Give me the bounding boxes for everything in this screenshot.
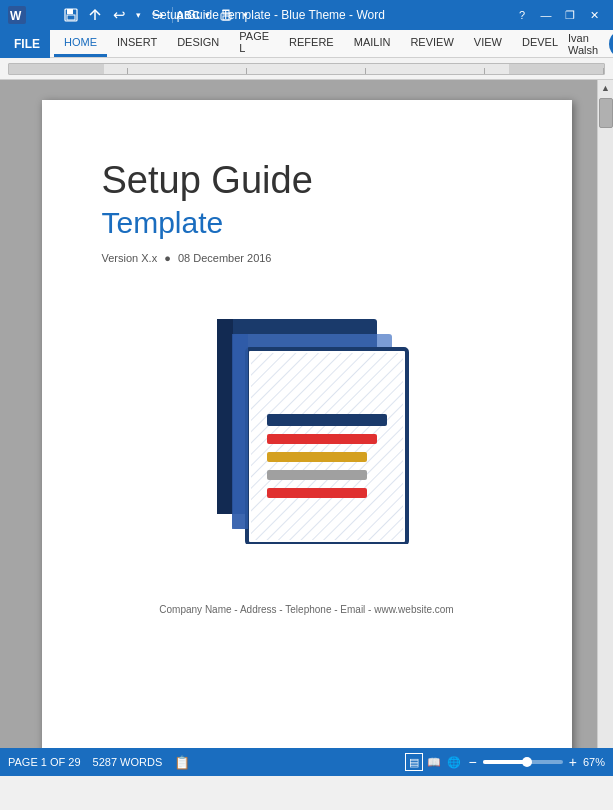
view-icons: ▤ 📖 🌐 [405,753,463,771]
tab-view[interactable]: VIEW [464,30,512,57]
help-btn[interactable]: ? [511,5,533,25]
ribbon: FILE HOME INSERT DESIGN PAGE L REFERE MA… [0,30,613,58]
page-version: Version X.x ● 08 December 2016 [102,252,272,264]
user-avatar[interactable]: K [609,33,613,55]
svg-rect-19 [217,319,233,514]
zoom-percent: 67% [583,756,605,768]
vertical-scrollbar[interactable]: ▲ [597,80,613,748]
svg-rect-15 [267,434,377,444]
doc-illustration [197,304,417,544]
scroll-thumb[interactable] [599,98,613,128]
bullet-separator: ● [164,252,171,264]
close-btn[interactable]: ✕ [583,5,605,25]
page-title-main: Setup Guide [102,160,313,202]
svg-rect-13 [251,353,403,540]
tab-pagelayout[interactable]: PAGE L [229,30,279,57]
undo-dropdown[interactable]: ▾ [132,4,144,26]
track-changes-icon[interactable]: 📋 [174,755,190,770]
tab-mailings[interactable]: MAILIN [344,30,401,57]
scroll-up-btn[interactable]: ▲ [598,80,614,96]
ribbon-tabs: HOME INSERT DESIGN PAGE L REFERE MAILIN … [50,30,613,58]
svg-rect-4 [67,15,75,20]
svg-rect-3 [67,9,73,14]
spell-check-btn[interactable]: ABC [177,4,199,26]
user-name: Ivan Walsh [568,32,605,56]
page-info: PAGE 1 OF 29 [8,756,81,768]
minimize-btn[interactable]: — [535,5,557,25]
tab-insert[interactable]: INSERT [107,30,167,57]
svg-rect-14 [267,414,387,426]
save2-quick-btn[interactable] [84,4,106,26]
svg-rect-20 [232,334,248,529]
user-info: Ivan Walsh K [568,30,613,57]
svg-rect-18 [267,488,367,498]
zoom-fill [483,760,527,764]
ruler [0,58,613,80]
print-dropdown[interactable]: ▾ [239,4,251,26]
tab-home[interactable]: HOME [54,30,107,57]
page-footer: Company Name - Address - Telephone - Ema… [159,584,453,615]
quick-access-toolbar: ↩ ▾ ↩ ABC ▾ ▾ [60,0,251,30]
redo-btn[interactable]: ↩ [146,4,168,26]
svg-text:W: W [10,9,22,23]
version-text: Version X.x [102,252,158,264]
undo-btn[interactable]: ↩ [108,4,130,26]
status-bar-right: ▤ 📖 🌐 − + 67% [405,753,605,771]
file-tab[interactable]: FILE [0,30,50,58]
zoom-plus[interactable]: + [569,754,577,770]
status-bar: PAGE 1 OF 29 5287 WORDS 📋 ▤ 📖 🌐 − + 67% [0,748,613,776]
tab-references[interactable]: REFERE [279,30,344,57]
window-controls: ? — ❐ ✕ [511,5,605,25]
svg-rect-8 [223,16,229,20]
print-layout-btn[interactable]: ▤ [405,753,423,771]
zoom-thumb[interactable] [522,757,532,767]
document-page: Setup Guide Template Version X.x ● 08 De… [42,100,572,748]
word-count: 5287 WORDS [93,756,163,768]
tab-design[interactable]: DESIGN [167,30,229,57]
tab-developer[interactable]: DEVEL [512,30,568,57]
title-bar: W ↩ ▾ ↩ ABC ▾ ▾ Setup Guide Template - B… [0,0,613,30]
document-area: ▲ Setup Guide Template Version X.x ● 08 … [0,80,613,748]
tab-review[interactable]: REVIEW [400,30,463,57]
print-btn[interactable] [215,4,237,26]
svg-rect-16 [267,452,367,462]
zoom-minus[interactable]: − [469,754,477,770]
zoom-slider[interactable] [483,760,563,764]
save-quick-btn[interactable] [60,4,82,26]
separator [172,7,173,23]
read-mode-btn[interactable]: 📖 [425,753,443,771]
web-layout-btn[interactable]: 🌐 [445,753,463,771]
svg-rect-17 [267,470,367,480]
spell-dropdown[interactable]: ▾ [201,4,213,26]
date-text: 08 December 2016 [178,252,272,264]
file-label[interactable]: FILE [0,30,54,58]
page-title-sub: Template [102,206,224,240]
word-icon: W [8,6,26,24]
maximize-btn[interactable]: ❐ [559,5,581,25]
